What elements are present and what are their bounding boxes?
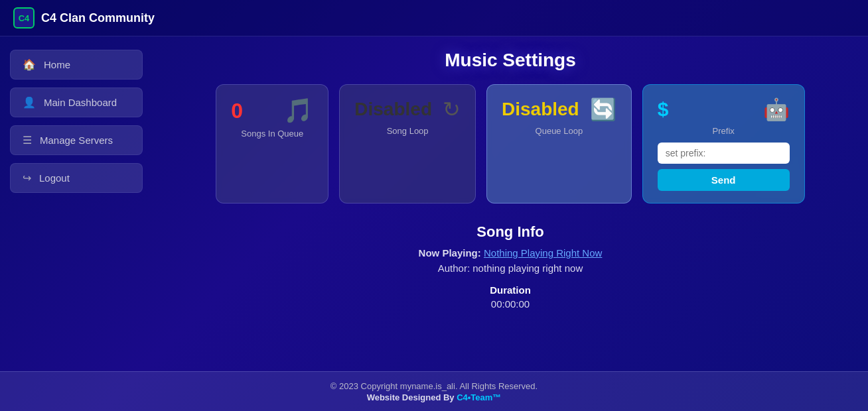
- card-songs-inner: 0 🎵: [231, 97, 313, 125]
- footer-designed-by: Website Designed By C4•Team™: [367, 392, 502, 402]
- card-songloop-inner: Disabled ↻: [354, 97, 461, 122]
- home-icon: 🏠: [23, 58, 36, 71]
- main-content: Music Settings 0 🎵 Songs In Queue Disabl…: [153, 36, 868, 371]
- now-playing-label: Now Playing:: [419, 247, 481, 259]
- duration-label: Duration: [419, 284, 603, 296]
- robot-icon: 🤖: [763, 97, 790, 122]
- sidebar-item-logout[interactable]: ↪ Logout: [10, 163, 143, 193]
- sidebar-item-main-dashboard[interactable]: 👤 Main Dashboard: [10, 88, 143, 117]
- dashboard-icon: 👤: [23, 96, 36, 109]
- songs-in-queue-label: Songs In Queue: [231, 129, 313, 139]
- header: C4 C4 Clan Community: [0, 0, 868, 36]
- page-title: Music Settings: [445, 50, 576, 71]
- queue-loop-label: Queue Loop: [502, 126, 616, 136]
- song-loop-label: Song Loop: [354, 126, 461, 136]
- music-note-icon: 🎵: [283, 97, 313, 125]
- prefix-label: Prefix: [658, 126, 790, 136]
- sidebar: 🏠 Home 👤 Main Dashboard ☰ Manage Servers…: [0, 36, 153, 371]
- card-prefix-inner: $ 🤖: [658, 97, 790, 122]
- queue-loop-value: Disabled: [502, 99, 579, 120]
- prefix-value: $: [658, 98, 669, 121]
- prefix-input[interactable]: [658, 143, 790, 164]
- footer: © 2023 Copyright myname.is_ali. All Righ…: [0, 371, 868, 411]
- footer-copyright: © 2023 Copyright myname.is_ali. All Righ…: [330, 381, 538, 391]
- footer-team-name: C4•Team™: [457, 392, 501, 402]
- song-loop-value: Disabled: [354, 99, 432, 120]
- logo: C4 C4 Clan Community: [13, 7, 155, 29]
- logo-text: C4 Clan Community: [41, 11, 155, 25]
- sidebar-item-logout-label: Logout: [39, 172, 70, 184]
- card-songs-in-queue: 0 🎵 Songs In Queue: [216, 84, 328, 204]
- card-prefix: $ 🤖 Prefix Send: [642, 84, 805, 204]
- prefix-input-area: Send: [658, 143, 790, 191]
- author-row: Author: nothing playing right now: [419, 263, 603, 274]
- now-playing-link[interactable]: Nothing Playing Right Now: [484, 247, 602, 259]
- song-info-title: Song Info: [419, 223, 603, 241]
- sidebar-item-home[interactable]: 🏠 Home: [10, 50, 143, 80]
- servers-icon: ☰: [23, 134, 32, 147]
- duration-value: 00:00:00: [419, 298, 603, 310]
- sidebar-item-servers-label: Manage Servers: [40, 135, 113, 146]
- rotate-icon: ↻: [443, 97, 461, 122]
- sync-icon: 🔄: [590, 97, 616, 122]
- cards-row: 0 🎵 Songs In Queue Disabled ↻ Song Loop …: [173, 84, 848, 204]
- logo-icon: C4: [13, 7, 35, 29]
- song-info-section: Song Info Now Playing: Nothing Playing R…: [419, 223, 603, 310]
- sidebar-item-dashboard-label: Main Dashboard: [44, 97, 117, 108]
- now-playing-row: Now Playing: Nothing Playing Right Now: [419, 247, 603, 259]
- card-song-loop[interactable]: Disabled ↻ Song Loop: [339, 84, 476, 204]
- sidebar-item-home-label: Home: [44, 59, 70, 70]
- songs-in-queue-value: 0: [231, 99, 243, 123]
- layout: 🏠 Home 👤 Main Dashboard ☰ Manage Servers…: [0, 36, 868, 371]
- card-queue-loop[interactable]: Disabled 🔄 Queue Loop: [486, 84, 632, 204]
- logout-icon: ↪: [23, 172, 31, 184]
- sidebar-item-manage-servers[interactable]: ☰ Manage Servers: [10, 125, 143, 155]
- card-queueloop-inner: Disabled 🔄: [502, 97, 616, 122]
- send-button[interactable]: Send: [658, 169, 790, 191]
